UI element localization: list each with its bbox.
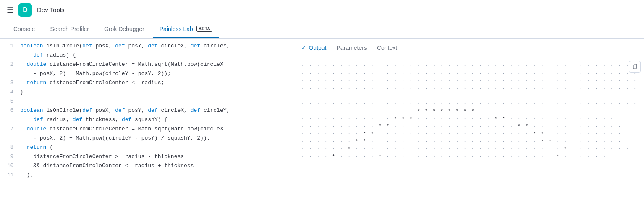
- line-content-8: return (: [20, 143, 294, 153]
- output-tabs: ✓ Output Parameters Context: [294, 39, 644, 57]
- line-content-9: distanceFromCircleCenter >= radius - thi…: [20, 153, 294, 162]
- line-number-5: 5: [0, 97, 20, 106]
- line-number-1: 1: [0, 42, 20, 51]
- line-number-7: 7: [0, 125, 20, 134]
- line-content-7: double distanceFromCircleCenter = Math.s…: [20, 125, 294, 134]
- app-title: Dev Tools: [37, 6, 65, 13]
- copy-icon: [632, 64, 638, 70]
- code-editor[interactable]: 1 boolean isInCircle(def posX, def posY,…: [0, 39, 294, 184]
- main-content: 1 boolean isInCircle(def posX, def posY,…: [0, 39, 644, 223]
- dot-row-8: · · · · · · · · · · · · * * * · · · · · …: [301, 115, 637, 123]
- code-line-7: 7 double distanceFromCircleCenter = Math…: [0, 125, 294, 134]
- line-content-5: [20, 97, 294, 106]
- dot-row-1: · · · · · · · · · · · · · · · · · · · · …: [301, 62, 637, 70]
- tab-grok-debugger[interactable]: Grok Debugger: [97, 20, 151, 38]
- line-number-3: 3: [0, 79, 20, 88]
- line-number-2b: [0, 70, 20, 79]
- line-content-2: double distanceFromCircleCenter = Math.s…: [20, 60, 294, 70]
- nav-tabs: Console Search Profiler Grok Debugger Pa…: [0, 20, 644, 39]
- dot-row-11: · · · · · · · * * · · · · · · · · · · · …: [301, 138, 637, 145]
- dot-grid: · · · · · · · · · · · · · · · · · · · · …: [301, 62, 637, 161]
- line-content-11: );: [20, 171, 294, 180]
- code-line-1: 1 boolean isInCircle(def posX, def posY,…: [0, 42, 294, 51]
- line-number-1b: [0, 51, 20, 60]
- line-number-7b: [0, 134, 20, 143]
- tab-painless-lab[interactable]: Painless Lab BETA: [153, 20, 220, 38]
- copy-button[interactable]: [629, 61, 641, 73]
- tab-output[interactable]: ✓ Output: [301, 43, 326, 53]
- line-content-2b: - posX, 2) + Math.pow(circleY - posY, 2)…: [20, 70, 294, 79]
- dot-row-9: · · · · · · · · · · * * · · · · · · · · …: [301, 123, 637, 130]
- code-line-11: 11 );: [0, 171, 294, 180]
- dot-row-5: · · · · · · · · · · · · · · · · · · · · …: [301, 93, 637, 100]
- tab-console[interactable]: Console: [7, 20, 42, 38]
- code-line-2: 2 double distanceFromCircleCenter = Math…: [0, 60, 294, 70]
- code-line-7b: - posX, 2) + Math.pow((circleY - posY) /…: [0, 134, 294, 143]
- code-line-3: 3 return distanceFromCircleCenter <= rad…: [0, 79, 294, 88]
- tab-context[interactable]: Context: [377, 43, 397, 53]
- line-content-10: && distanceFromCircleCenter <= radius + …: [20, 162, 294, 171]
- dot-row-4: · · · · · · · · · · · · · · · · · · · · …: [301, 85, 637, 93]
- line-number-4: 4: [0, 88, 20, 97]
- code-line-6b: def radius, def thickness, def squashY) …: [0, 116, 294, 125]
- code-line-1b: def radius) {: [0, 51, 294, 60]
- dot-row-7: · · · · · · · · · · · · · · · * * * * * …: [301, 108, 637, 115]
- line-content-1b: def radius) {: [20, 51, 294, 60]
- code-panel[interactable]: 1 boolean isInCircle(def posX, def posY,…: [0, 39, 294, 223]
- output-tab-label: Output: [309, 44, 326, 51]
- output-panel: ✓ Output Parameters Context · · · · · · …: [294, 39, 644, 223]
- svg-rect-0: [633, 65, 636, 69]
- tab-parameters[interactable]: Parameters: [337, 43, 367, 53]
- line-number-9: 9: [0, 153, 20, 162]
- line-number-10: 10: [0, 162, 20, 171]
- dot-row-10: · · · · · · · · * * · · · · · · · · · · …: [301, 130, 637, 138]
- line-number-2: 2: [0, 60, 20, 70]
- tab-search-profiler[interactable]: Search Profiler: [43, 20, 96, 38]
- line-content-4: }: [20, 88, 294, 97]
- dot-row-3: · · · · · · · · · · · · · · · · · · · · …: [301, 78, 637, 85]
- line-number-8: 8: [0, 143, 20, 153]
- code-line-10: 10 && distanceFromCircleCenter <= radius…: [0, 162, 294, 171]
- code-line-8: 8 return (: [0, 143, 294, 153]
- app-icon: D: [18, 3, 32, 17]
- line-number-11: 11: [0, 171, 20, 180]
- line-content-3: return distanceFromCircleCenter <= radiu…: [20, 79, 294, 88]
- dot-row-2: · · · · · · · · · · · · · · · · · · · · …: [301, 70, 637, 78]
- line-content-1: boolean isInCircle(def posX, def posY, d…: [20, 42, 294, 51]
- output-content: · · · · · · · · · · · · · · · · · · · · …: [294, 57, 644, 223]
- line-number-6: 6: [0, 106, 20, 116]
- code-line-2b: - posX, 2) + Math.pow(circleY - posY, 2)…: [0, 70, 294, 79]
- code-line-9: 9 distanceFromCircleCenter >= radius - t…: [0, 153, 294, 162]
- header-bar: ☰ D Dev Tools: [0, 0, 644, 20]
- code-line-5: 5: [0, 97, 294, 106]
- line-content-6: boolean isOnCircle(def posX, def posY, d…: [20, 106, 294, 116]
- check-icon: ✓: [301, 44, 306, 51]
- dot-row-12: · · · · · · * · · · · · · · · · · · · · …: [301, 145, 637, 153]
- code-line-6: 6 boolean isOnCircle(def posX, def posY,…: [0, 106, 294, 116]
- line-content-7b: - posX, 2) + Math.pow((circleY - posY) /…: [20, 134, 294, 143]
- beta-badge: BETA: [196, 26, 212, 32]
- code-line-4: 4 }: [0, 88, 294, 97]
- line-content-6b: def radius, def thickness, def squashY) …: [20, 116, 294, 125]
- dot-row-13: · · · · * · · · · · * · · · · · · · · · …: [301, 153, 637, 161]
- dot-row-6: · · · · · · · · · · · · · · · · · · · · …: [301, 100, 637, 108]
- hamburger-icon[interactable]: ☰: [7, 5, 13, 15]
- line-number-6b: [0, 116, 20, 125]
